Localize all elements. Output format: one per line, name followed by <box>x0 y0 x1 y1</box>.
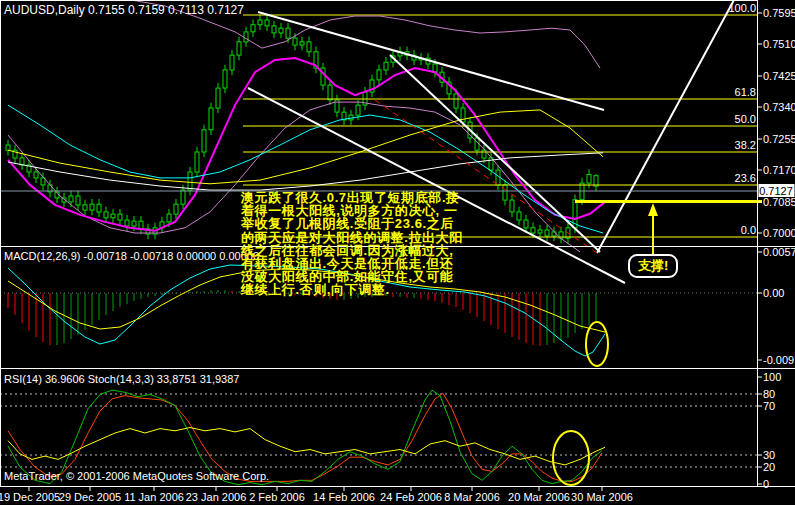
price-axis-label: 0.00 <box>763 287 784 299</box>
price-axis-label: 0.7255 <box>763 133 795 145</box>
price-axis-label: 70 <box>763 400 775 412</box>
price-axis-label: 0 <box>763 478 769 490</box>
analysis-note-line: 举收复了几根阴线.受阻于23.6.之后 <box>241 217 463 230</box>
price-axis-label: 0.7340 <box>763 101 795 113</box>
price-axis-label: -0.00974 <box>763 354 795 366</box>
fib-level-label: 50.0 <box>735 113 756 125</box>
date-axis-label: 2 Feb 2006 <box>249 491 305 503</box>
date-axis-label: 24 Feb 2006 <box>380 491 442 503</box>
fib-level-label: 0.0 <box>741 224 756 236</box>
analysis-note-line: 的两天应是对大阳线的调整.拉出大阳 <box>241 231 463 244</box>
price-axis-label: 0.00571 <box>763 246 795 258</box>
price-axis-label: 30 <box>763 449 775 461</box>
price-axis-label: 80 <box>763 388 775 400</box>
rsi-indicator-label: RSI(14) 36.9606 Stoch(14,3,3) 33,8751 31… <box>4 373 239 385</box>
price-axis-label: 0.7595 <box>763 7 795 19</box>
fib-level-label: 23.6 <box>735 172 756 184</box>
date-axis-label: 11 Jan 2006 <box>124 491 184 503</box>
copyright-text: MetaTrader, © 2001-2006 MetaQuotes Softw… <box>4 470 269 482</box>
macd-indicator-label: MACD(12,26,9) -0.00718 -0.00718 0.00000 … <box>4 250 259 262</box>
current-price-value: 0.7127 <box>759 185 793 197</box>
date-axis-label: 19 Dec 2005 <box>0 491 60 503</box>
price-axis-label: 0.7000 <box>763 227 795 239</box>
fib-level-label: 61.8 <box>735 86 756 98</box>
analysis-note: 澳元跌了很久.0.7出现了短期底部.接着得一根大阳线,说明多方的决心, 一举收复… <box>241 191 463 297</box>
price-axis-label: 0.7510 <box>763 38 795 50</box>
price-axis-label: 20 <box>763 461 775 473</box>
price-axis-label: 0.7085 <box>763 196 795 208</box>
support-callout: 支撑! <box>628 254 678 278</box>
fib-level-label: 38.2 <box>735 139 756 151</box>
date-axis-label: 23 Jan 2006 <box>186 491 247 503</box>
price-axis-label: 100 <box>763 371 781 383</box>
price-axis-label: 0.7170 <box>763 164 795 176</box>
price-axis-label: 0.7425 <box>763 70 795 82</box>
support-callout-text: 支撑! <box>638 258 668 273</box>
date-axis-label: 20 Mar 2006 <box>508 491 570 503</box>
analysis-note-line: 继续上行.否则,向下调整. <box>241 283 463 296</box>
date-axis-label: 29 Dec 2005 <box>59 491 121 503</box>
highlight-ellipse <box>586 322 608 366</box>
date-axis-label: 14 Feb 2006 <box>313 491 375 503</box>
price-axis: 0.75950.75100.74250.73400.72550.71700.70… <box>758 7 795 490</box>
date-axis: 19 Dec 200529 Dec 200511 Jan 200623 Jan … <box>0 487 633 503</box>
drawing-annotations <box>553 203 658 485</box>
date-axis-label: 8 Mar 2006 <box>444 491 500 503</box>
symbol-title: AUDUSD,Daily 0.7155 0.7159 0.7113 0.7127 <box>4 3 244 17</box>
metatrader-chart-window: 100.061.850.038.223.60.00.75950.75100.74… <box>0 0 795 505</box>
date-axis-label: 30 Mar 2006 <box>571 491 633 503</box>
